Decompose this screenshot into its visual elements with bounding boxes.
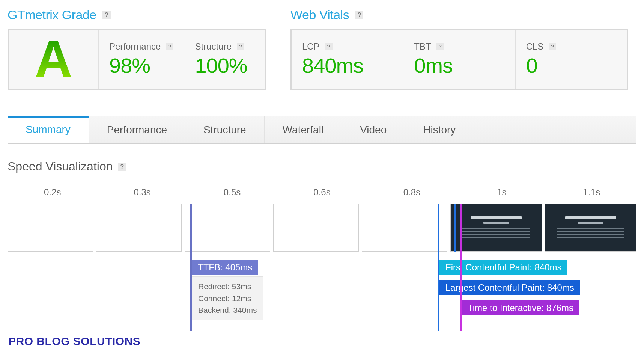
time-tick: 1s	[457, 187, 546, 204]
filmstrip	[8, 204, 636, 252]
vitals-section-title-text: Web Vitals	[290, 8, 349, 22]
help-icon[interactable]: ?	[237, 43, 244, 50]
tbt-value: 0ms	[414, 53, 504, 78]
structure-cell: Structure ? 100%	[184, 30, 265, 89]
structure-label: Structure ?	[195, 41, 255, 52]
help-icon[interactable]: ?	[355, 11, 363, 19]
help-icon[interactable]: ?	[166, 43, 173, 50]
tab-video[interactable]: Video	[342, 116, 405, 143]
tbt-label-text: TBT	[414, 41, 431, 52]
structure-label-text: Structure	[195, 41, 231, 52]
stem-lcp	[438, 204, 439, 331]
vitals-section-title: Web Vitals ?	[290, 8, 628, 22]
ttfb-breakdown: Redirect: 53ms Connect: 12ms Backend: 34…	[192, 276, 263, 320]
time-tick: 1.1s	[547, 187, 636, 204]
vitals-panel: LCP ? 840ms TBT ? 0ms CLS ? 0	[290, 29, 628, 90]
help-icon[interactable]: ?	[436, 43, 444, 50]
tab-summary[interactable]: Summary	[8, 116, 89, 143]
performance-value: 98%	[109, 53, 173, 78]
time-tick: 0.3s	[97, 187, 187, 204]
milestone-callouts: TTFB: 405ms Redirect: 53ms Connect: 12ms…	[8, 260, 636, 327]
filmstrip-frame	[273, 204, 359, 252]
marker-lcp	[454, 204, 456, 252]
filmstrip-frame-rendered	[450, 204, 542, 252]
grade-letter-cell: A	[9, 30, 99, 89]
time-labels: 0.2s 0.3s 0.5s 0.6s 0.8s 1s 1.1s	[8, 187, 636, 204]
grade-section-title: GTmetrix Grade ?	[8, 8, 266, 22]
tab-structure[interactable]: Structure	[185, 116, 265, 143]
vitals-section: Web Vitals ? LCP ? 840ms TBT ? 0ms CLS	[290, 8, 628, 90]
tab-waterfall[interactable]: Waterfall	[265, 116, 342, 143]
callout-fcp: First Contentful Paint: 840ms	[439, 260, 567, 275]
speed-timeline: 0.2s 0.3s 0.5s 0.6s 0.8s 1s 1.1s TTFB: 4…	[8, 187, 636, 327]
tabs-bar: Summary Performance Structure Waterfall …	[8, 116, 636, 144]
lcp-cell: LCP ? 840ms	[292, 30, 403, 89]
callout-tti: Time to Interactive: 876ms	[462, 300, 579, 315]
filmstrip-frame	[96, 204, 182, 252]
filmstrip-frame-rendered	[545, 204, 636, 252]
time-tick: 0.2s	[8, 187, 97, 204]
grade-letter: A	[35, 33, 72, 86]
speed-title-text: Speed Visualization	[8, 160, 113, 173]
help-icon[interactable]: ?	[325, 43, 333, 50]
filmstrip-frame	[362, 204, 447, 252]
time-tick: 0.6s	[277, 187, 367, 204]
grade-section: GTmetrix Grade ? A Performance ? 98% Str…	[8, 8, 266, 90]
brand-watermark: PRO BLOG SOLUTIONS	[8, 335, 140, 348]
ttfb-connect: Connect: 12ms	[198, 293, 257, 305]
cls-label-text: CLS	[526, 41, 544, 52]
speed-visualization-title: Speed Visualization ?	[8, 160, 636, 173]
filmstrip-frame	[185, 204, 270, 252]
cls-label: CLS ?	[526, 41, 617, 52]
score-row: GTmetrix Grade ? A Performance ? 98% Str…	[8, 8, 636, 90]
filmstrip-frame	[8, 204, 93, 252]
performance-label: Performance ?	[109, 41, 173, 52]
performance-cell: Performance ? 98%	[99, 30, 184, 89]
tab-history[interactable]: History	[405, 116, 474, 143]
tbt-label: TBT ?	[414, 41, 504, 52]
tab-performance[interactable]: Performance	[89, 116, 185, 143]
performance-label-text: Performance	[109, 41, 161, 52]
structure-value: 100%	[195, 53, 255, 78]
cls-cell: CLS ? 0	[516, 30, 627, 89]
time-tick: 0.5s	[187, 187, 277, 204]
lcp-label-text: LCP	[302, 41, 320, 52]
ttfb-backend: Backend: 340ms	[198, 304, 257, 316]
cls-value: 0	[526, 53, 617, 78]
tbt-cell: TBT ? 0ms	[403, 30, 515, 89]
lcp-value: 840ms	[302, 53, 393, 78]
grade-section-title-text: GTmetrix Grade	[8, 8, 96, 22]
help-icon[interactable]: ?	[118, 163, 126, 171]
ttfb-redirect: Redirect: 53ms	[198, 281, 257, 293]
grade-panel: A Performance ? 98% Structure ? 100%	[8, 29, 266, 90]
help-icon[interactable]: ?	[549, 43, 556, 50]
lcp-label: LCP ?	[302, 41, 393, 52]
time-tick: 0.8s	[367, 187, 457, 204]
help-icon[interactable]: ?	[102, 11, 111, 19]
callout-ttfb: TTFB: 405ms	[192, 260, 258, 275]
